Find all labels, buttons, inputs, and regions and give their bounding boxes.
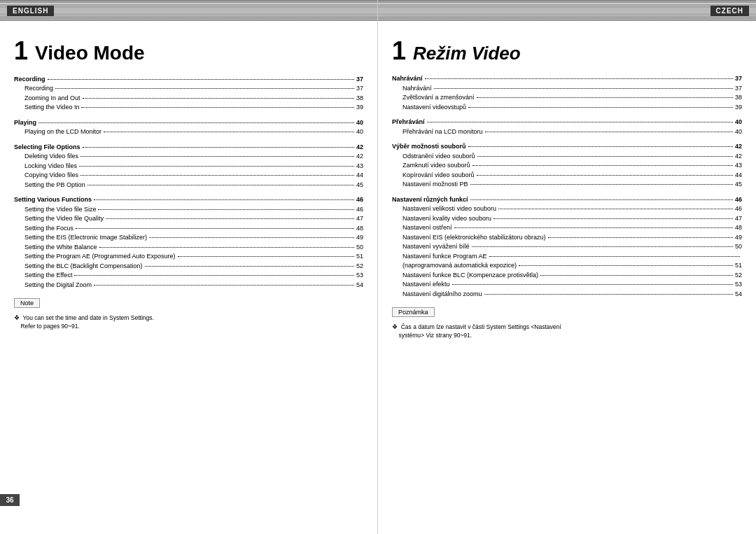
toc-label: Kopírování video souborů — [402, 171, 475, 181]
toc-entry: Setting the BLC (Backlight Compensation)… — [14, 262, 363, 272]
toc-label: Přehrávání — [392, 118, 425, 127]
toc-dots — [178, 256, 354, 257]
note-box-cz: Poznámka — [392, 307, 435, 317]
chapter-heading-en: 1 Video Mode — [14, 38, 363, 64]
toc-entry: Nastavení možnosti PB 45 — [392, 180, 742, 190]
toc-dots — [104, 132, 354, 132]
toc-page: 42 — [356, 152, 363, 162]
toc-page: 47 — [356, 214, 363, 224]
toc-page: 51 — [735, 261, 742, 271]
toc-page: 48 — [735, 223, 742, 233]
toc-entry: Setting the PB Option 45 — [14, 181, 363, 190]
toc-label: Setting the EIS (Electronic Image Stabil… — [24, 233, 147, 243]
toc-page: 45 — [735, 180, 742, 190]
toc-label: Nastavení ostření — [402, 223, 452, 233]
chapter-title-en: Video Mode — [35, 43, 145, 64]
toc-label: Setting the Effect — [24, 271, 72, 281]
toc-label: Zamknutí video souborů — [402, 161, 470, 171]
toc-dots — [454, 227, 733, 228]
toc-dots — [149, 237, 354, 238]
toc-entry: Zamknutí video souborů 43 — [392, 161, 742, 171]
toc-entry: Nastavení kvality video souboru 47 — [392, 214, 742, 224]
toc-page: 37 — [735, 84, 742, 94]
toc-label: Nastavení funkce BLC (Kompenzace protisv… — [402, 271, 538, 281]
toc-section-soubory: Výběr možnosti souborů 42 Odstranění vid… — [392, 142, 742, 190]
toc-dots — [472, 246, 733, 247]
toc-main-funkce: Nastavení různých funkcí 46 — [392, 195, 742, 205]
note-box-en: Note — [14, 298, 40, 308]
toc-label: Setting the Video file Size — [24, 205, 96, 215]
toc-label: Setting the Video In — [24, 103, 79, 113]
toc-entry: Zooming In and Out 38 — [14, 94, 363, 104]
toc-dots — [83, 98, 354, 99]
toc-entry: Deleting Video files 42 — [14, 152, 363, 162]
toc-entry: Playing on the LCD Monitor 40 — [14, 127, 363, 137]
note-content-cz: ❖ Čas a datum lze nastavit v části Syste… — [392, 323, 742, 340]
toc-label: Deleting Video files — [24, 152, 78, 162]
toc-page: 38 — [356, 94, 363, 104]
chapter-title-cz: Režim Video — [413, 43, 521, 64]
toc-entry: Nastavení funkce Program AE — [392, 252, 742, 262]
toc-entry: Setting the Focus 48 — [14, 224, 363, 234]
toc-entry: Setting the Digital Zoom 54 — [14, 281, 363, 290]
toc-entry: (naprogramovaná automatická expozice) 51 — [392, 261, 742, 271]
toc-label: Nahrávání — [392, 74, 423, 84]
toc-page: 42 — [735, 142, 742, 152]
toc-cz: Nahrávání 37 Nahrávání 37 Zvětšování a z… — [392, 74, 742, 299]
toc-main-playing: Playing 40 — [14, 118, 363, 128]
toc-entry: Setting the Video file Quality 47 — [14, 214, 363, 224]
toc-label: Setting the Program AE (Programmed Auto … — [24, 252, 176, 262]
page-badge-en: 36 — [0, 494, 20, 506]
toc-dots — [493, 218, 733, 219]
toc-label: Setting the Focus — [24, 224, 74, 234]
toc-dots — [470, 184, 733, 185]
toc-entry: Setting the Effect 53 — [14, 271, 363, 281]
toc-section-prehravani: Přehrávání 40 Přehrávání na LCD monitoru… — [392, 118, 742, 136]
toc-main-prehravani: Přehrávání 40 — [392, 118, 742, 127]
toc-section-playing: Playing 40 Playing on the LCD Monitor 40 — [14, 118, 363, 137]
toc-label: Setting the BLC (Backlight Compensation) — [24, 262, 143, 272]
toc-label: Odstranění video souborů — [402, 152, 475, 162]
toc-dots — [489, 256, 740, 257]
toc-dots — [498, 209, 733, 209]
note-label-en: Note — [20, 300, 34, 307]
toc-label: Nastavení kvality video souboru — [402, 214, 491, 224]
toc-page: 46 — [735, 195, 742, 205]
toc-page: 49 — [735, 233, 742, 243]
right-panel: CZECH 1 Režim Video Nahrávání 37 Nahrává… — [378, 0, 756, 534]
toc-page: 44 — [356, 171, 363, 181]
toc-main-recording: Recording 37 — [14, 75, 363, 85]
toc-en: Recording 37 Recording 37 Zooming In and… — [14, 75, 363, 290]
toc-page: 47 — [735, 214, 742, 224]
toc-entry: Zvětšování a zmenšování 38 — [392, 93, 742, 103]
left-content: 1 Video Mode Recording 37 Recording 37 — [0, 21, 377, 342]
toc-label: Setting the Digital Zoom — [24, 281, 92, 290]
toc-page: 46 — [356, 195, 363, 205]
toc-dots — [485, 132, 733, 132]
toc-entry: Nastavení efektu 53 — [392, 280, 742, 290]
toc-entry: Nastavení digitálního zoomu 54 — [392, 290, 742, 300]
toc-page: 49 — [356, 233, 363, 243]
toc-label: Výběr možnosti souborů — [392, 142, 466, 152]
toc-page: 52 — [735, 271, 742, 281]
toc-page: 50 — [356, 243, 363, 253]
toc-label: Nastavení funkce Program AE — [402, 252, 487, 262]
toc-label: Setting Various Functions — [14, 195, 92, 205]
toc-page: 37 — [356, 84, 363, 94]
header-stripes-cz — [378, 0, 756, 21]
toc-dots — [38, 122, 354, 123]
toc-label: Nastavení EIS (elektronického stabilizát… — [402, 233, 546, 243]
toc-dots — [55, 88, 354, 89]
toc-page: 37 — [735, 74, 742, 84]
toc-label: Playing — [14, 118, 36, 128]
toc-label: Setting the Video file Quality — [24, 214, 104, 224]
toc-dots — [79, 166, 354, 167]
toc-page: 39 — [356, 103, 363, 113]
toc-page: 53 — [356, 271, 363, 281]
toc-section-recording: Recording 37 Recording 37 Zooming In and… — [14, 75, 363, 113]
toc-entry: Setting the Program AE (Programmed Auto … — [14, 252, 363, 262]
toc-dots — [425, 78, 733, 79]
toc-section-file-options: Selecting File Options 42 Deleting Video… — [14, 143, 363, 190]
toc-dots — [98, 209, 354, 210]
toc-dots — [548, 237, 733, 238]
